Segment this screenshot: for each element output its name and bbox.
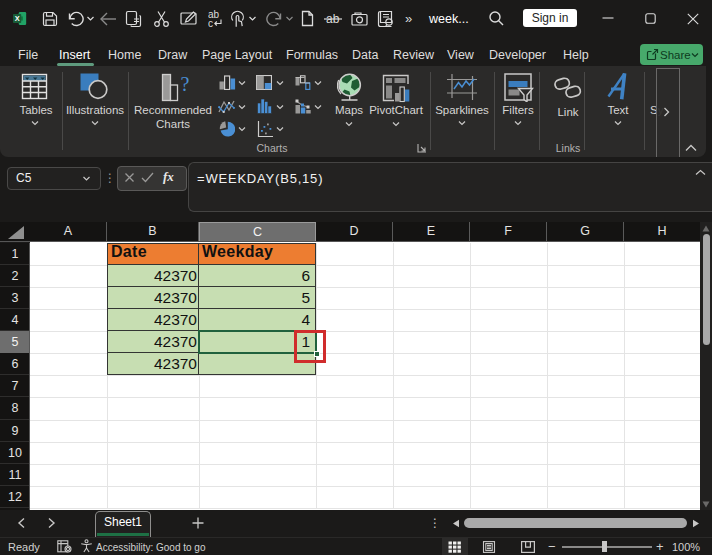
svg-text:X: X xyxy=(15,14,20,23)
svg-text:c: c xyxy=(208,18,213,29)
svg-text:?: ? xyxy=(181,73,190,95)
